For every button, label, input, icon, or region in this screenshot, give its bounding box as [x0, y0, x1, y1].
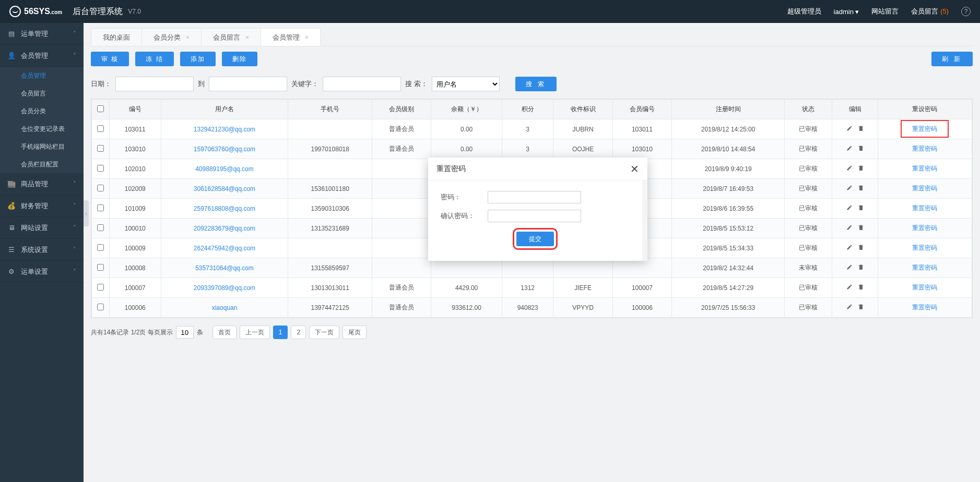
row-checkbox[interactable] — [97, 284, 104, 291]
confirm-password-input[interactable] — [488, 210, 581, 222]
user-menu[interactable]: iadmin ▾ — [834, 8, 859, 16]
edit-icon[interactable] — [846, 264, 853, 270]
edit-icon[interactable] — [846, 284, 853, 290]
username-link[interactable]: 2092283679@qq.com — [194, 225, 255, 232]
sidebar-item[interactable]: 👤会员管理˄ — [0, 45, 84, 67]
row-checkbox[interactable] — [97, 224, 104, 231]
pager-next[interactable]: 下一页 — [309, 326, 339, 339]
sidebar-sub-item[interactable]: 会员栏目配置 — [0, 155, 84, 173]
sidebar-item[interactable]: ⚙运单设置˅ — [0, 261, 84, 283]
delete-icon[interactable] — [858, 264, 864, 270]
row-checkbox[interactable] — [97, 244, 104, 251]
row-checkbox[interactable] — [97, 145, 104, 152]
tab-close-icon[interactable]: × — [186, 34, 190, 41]
delete-icon[interactable] — [858, 284, 864, 290]
keyword-input[interactable] — [323, 77, 401, 91]
row-checkbox[interactable] — [97, 264, 104, 271]
reset-password-link[interactable]: 重置密码 — [903, 122, 947, 136]
page-size-input[interactable] — [176, 326, 194, 339]
freeze-button[interactable]: 冻 结 — [135, 52, 173, 66]
delete-icon[interactable] — [858, 224, 864, 231]
delete-icon[interactable] — [858, 204, 864, 211]
reset-password-link[interactable]: 重置密码 — [912, 204, 937, 212]
date-from-input[interactable] — [115, 77, 194, 91]
cell-id: 103010 — [110, 139, 161, 159]
username-link[interactable]: 535731064@qq.com — [195, 264, 254, 272]
cell-username: 3061628584@qq.com — [161, 179, 288, 199]
row-checkbox[interactable] — [97, 125, 104, 132]
sidebar-item[interactable]: ☰系统设置˅ — [0, 239, 84, 261]
tab[interactable]: 会员留言× — [201, 28, 261, 46]
tab-close-icon[interactable]: × — [245, 34, 249, 41]
row-checkbox[interactable] — [97, 304, 104, 310]
row-checkbox[interactable] — [97, 185, 104, 191]
reset-password-link[interactable]: 重置密码 — [912, 224, 937, 232]
pager-last[interactable]: 尾页 — [343, 326, 367, 339]
edit-icon[interactable] — [846, 145, 853, 151]
delete-icon[interactable] — [858, 304, 864, 310]
reset-password-link[interactable]: 重置密码 — [912, 244, 937, 251]
password-input[interactable] — [488, 191, 581, 203]
date-to-input[interactable] — [209, 77, 287, 91]
delete-icon[interactable] — [858, 165, 864, 171]
delete-button[interactable]: 删除 — [222, 52, 257, 66]
sidebar-item[interactable]: ▤运单管理˅ — [0, 23, 84, 45]
sidebar-sub-item[interactable]: 会员分类 — [0, 102, 84, 120]
reset-password-link[interactable]: 重置密码 — [912, 145, 937, 152]
edit-icon[interactable] — [846, 165, 853, 171]
add-button[interactable]: 添加 — [180, 52, 216, 66]
username-link[interactable]: 1597063760@qq.com — [194, 146, 255, 153]
sidebar-item[interactable]: 💰财务管理˅ — [0, 195, 84, 217]
edit-icon[interactable] — [846, 204, 853, 211]
pager-prev[interactable]: 上一页 — [240, 326, 270, 339]
username-link[interactable]: 2624475942@qq.com — [194, 245, 255, 252]
tab-close-icon[interactable]: × — [305, 34, 309, 41]
select-all-checkbox[interactable] — [97, 105, 104, 112]
sidebar-item[interactable]: 🖥网站设置˅ — [0, 217, 84, 239]
pager-first[interactable]: 首页 — [212, 326, 237, 339]
delete-icon[interactable] — [858, 185, 864, 191]
help-icon[interactable]: ? — [961, 7, 971, 16]
delete-icon[interactable] — [858, 244, 864, 250]
username-link[interactable]: 409889195@qq.com — [195, 165, 254, 173]
sidebar-sub-item[interactable]: 仓位变更记录表 — [0, 120, 84, 138]
row-checkbox[interactable] — [97, 165, 104, 172]
cell-regtime: 2019/8/5 15:34:33 — [672, 238, 785, 258]
pager-page-1[interactable]: 1 — [273, 326, 288, 339]
edit-icon[interactable] — [846, 185, 853, 191]
search-button[interactable]: 搜 索 — [515, 77, 557, 91]
edit-icon[interactable] — [846, 244, 853, 250]
audit-button[interactable]: 审 核 — [91, 52, 129, 66]
reset-password-link[interactable]: 重置密码 — [912, 284, 937, 291]
modal-submit-button[interactable]: 提交 — [516, 232, 554, 246]
username-link[interactable]: 3061628584@qq.com — [194, 185, 255, 192]
delete-icon[interactable] — [858, 145, 864, 151]
site-messages-link[interactable]: 网站留言 — [871, 7, 899, 16]
reset-password-link[interactable]: 重置密码 — [912, 264, 937, 271]
tab[interactable]: 会员分类× — [141, 28, 202, 46]
pager-page-2[interactable]: 2 — [291, 326, 306, 339]
edit-icon[interactable] — [846, 224, 853, 231]
reset-password-link[interactable]: 重置密码 — [912, 165, 937, 172]
edit-icon[interactable] — [846, 125, 853, 131]
reset-password-link[interactable]: 重置密码 — [912, 185, 937, 192]
search-by-select[interactable]: 用户名 — [432, 77, 500, 91]
sidebar-sub-item[interactable]: 会员管理 — [0, 67, 84, 85]
username-link[interactable]: 2093397089@qq.com — [194, 284, 255, 292]
modal-close-icon[interactable]: ✕ — [630, 163, 639, 175]
sidebar-item[interactable]: 🏬商品管理˅ — [0, 173, 84, 195]
username-link[interactable]: xiaoquan — [212, 304, 238, 311]
reset-password-link[interactable]: 重置密码 — [912, 304, 937, 311]
member-messages-link[interactable]: 会员留言 (5) — [911, 7, 949, 16]
sidebar-collapse-handle[interactable]: ‹ — [84, 200, 89, 226]
edit-icon[interactable] — [846, 304, 853, 310]
username-link[interactable]: 2597618808@qq.com — [194, 205, 255, 212]
refresh-button[interactable]: 刷 新 — [931, 52, 973, 66]
username-link[interactable]: 1329421230@qq.com — [194, 126, 255, 133]
tab[interactable]: 会员管理× — [261, 28, 321, 46]
sidebar-sub-item[interactable]: 手机端网站栏目 — [0, 138, 84, 155]
delete-icon[interactable] — [858, 125, 864, 131]
tab[interactable]: 我的桌面 — [91, 28, 142, 46]
sidebar-sub-item[interactable]: 会员留言 — [0, 85, 84, 102]
row-checkbox[interactable] — [97, 204, 104, 211]
